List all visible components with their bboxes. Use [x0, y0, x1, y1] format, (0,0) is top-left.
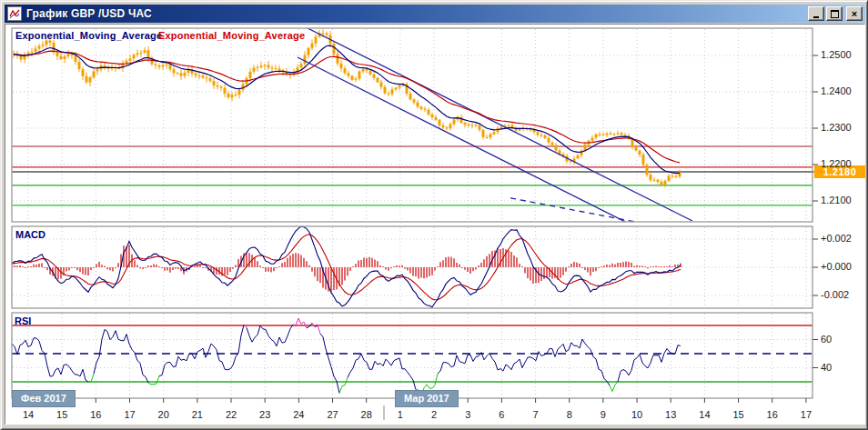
maximize-button[interactable] [826, 6, 843, 21]
minimize-button[interactable] [808, 6, 824, 21]
title-bar[interactable]: График GBP /USD ЧАС × [5, 5, 865, 23]
chart-icon [7, 6, 22, 21]
window-controls: × [806, 6, 863, 21]
close-icon: × [852, 9, 857, 18]
chart-canvas[interactable] [5, 25, 863, 422]
minimize-icon [813, 16, 819, 18]
window-title: График GBP /USD ЧАС [26, 7, 152, 20]
close-button[interactable]: × [846, 6, 863, 21]
maximize-icon [831, 10, 839, 18]
app-window: График GBP /USD ЧАС × Exponential_Moving… [0, 0, 868, 430]
